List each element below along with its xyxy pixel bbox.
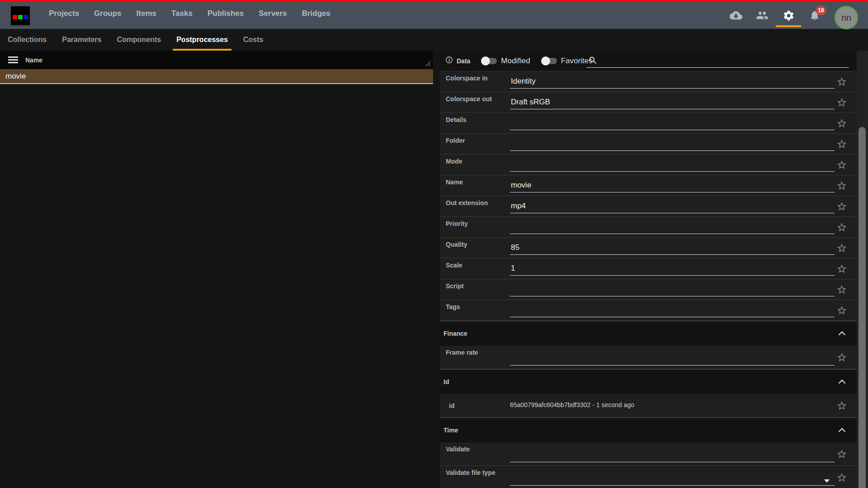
fields-container: Colorspace inIdentityColorspace outDraft…: [440, 71, 857, 488]
nav-item-publishes[interactable]: Publishes: [208, 9, 244, 18]
favorite-star-icon[interactable]: [836, 97, 848, 108]
field-value-name[interactable]: movie: [510, 181, 835, 192]
section-header-id[interactable]: Id: [440, 369, 857, 394]
field-label: Colorspace in: [446, 75, 488, 82]
field-row-out-extension: Out extensionmp4: [440, 196, 857, 217]
users-icon[interactable]: [756, 9, 769, 22]
field-label: Tags: [446, 303, 460, 310]
group-finance: FinanceFrame rate: [440, 321, 857, 369]
field-value-quality[interactable]: 85: [510, 244, 835, 255]
tab-collections[interactable]: Collections: [7, 29, 47, 51]
cloud-download-icon[interactable]: [730, 9, 742, 22]
field-label: Validate: [446, 446, 470, 453]
name-column-header[interactable]: Name: [25, 56, 42, 64]
logo-green-square: [18, 15, 23, 19]
favorites-toggle[interactable]: [542, 58, 557, 64]
data-info-control[interactable]: Data: [445, 56, 470, 66]
chevron-up-icon[interactable]: [839, 331, 846, 338]
field-value-tags[interactable]: [510, 306, 835, 317]
favorite-star-icon[interactable]: [836, 180, 848, 192]
settings-gear-icon[interactable]: [782, 9, 795, 22]
favorite-star-icon[interactable]: [836, 284, 848, 296]
postprocess-list-panel: Name movie: [0, 51, 433, 488]
favorite-star-icon[interactable]: [836, 117, 848, 129]
filter-toggles: ModifiedFavorites: [482, 56, 592, 66]
favorite-star-icon[interactable]: [836, 221, 848, 233]
field-value-folder[interactable]: [510, 140, 835, 151]
dropdown-caret-icon[interactable]: [824, 479, 830, 483]
field-value-scale[interactable]: 1: [510, 264, 835, 276]
chevron-up-icon[interactable]: [839, 428, 846, 435]
nav-item-tasks[interactable]: Tasks: [171, 9, 193, 18]
field-label: Colorspace out: [446, 95, 492, 103]
field-label: Folder: [446, 137, 465, 144]
toggle-knob: [541, 56, 550, 66]
favorite-star-icon[interactable]: [836, 352, 848, 363]
favorite-star-icon[interactable]: [836, 138, 848, 150]
favorite-star-icon[interactable]: [836, 472, 848, 483]
nav-item-items[interactable]: Items: [137, 9, 156, 18]
group-time: TimeValidateValidate file type: [440, 418, 857, 488]
field-value-script[interactable]: [510, 286, 835, 296]
top-nav: ProjectsGroupsItemsTasksPublishesServers…: [49, 9, 330, 18]
list-header: Name: [0, 51, 433, 69]
app-logo[interactable]: [11, 6, 30, 25]
tab-parameters[interactable]: Parameters: [61, 29, 102, 51]
tab-components[interactable]: Components: [116, 29, 162, 51]
toggle-knob: [481, 56, 490, 66]
chevron-up-icon[interactable]: [839, 380, 846, 387]
nav-item-bridges[interactable]: Bridges: [302, 9, 330, 18]
favorite-star-icon[interactable]: [836, 263, 848, 275]
field-row-colorspace-in: Colorspace inIdentity: [440, 71, 857, 92]
tab-costs[interactable]: Costs: [242, 29, 264, 51]
section-header-finance[interactable]: Finance: [440, 321, 857, 346]
nav-item-projects[interactable]: Projects: [49, 9, 79, 18]
field-row-name: Namemovie: [440, 175, 857, 196]
field-row-script: Script: [440, 279, 857, 300]
field-value-priority[interactable]: [510, 223, 835, 234]
field-value-out-extension[interactable]: mp4: [510, 202, 835, 213]
detail-filter-bar: Data ModifiedFavorites: [440, 51, 857, 71]
field-value-colorspace-out[interactable]: Draft sRGB: [510, 98, 835, 109]
menu-hamburger-icon[interactable]: [8, 56, 18, 63]
favorite-star-icon[interactable]: [836, 201, 848, 212]
field-value-id: 65a00799afc604bb7bdf3302 - 1 second ago: [510, 402, 835, 410]
tab-postprocesses[interactable]: Postprocesses: [175, 29, 229, 51]
nav-item-groups[interactable]: Groups: [94, 9, 121, 18]
logo-red-square: [13, 15, 17, 19]
field-value-validate[interactable]: [510, 451, 835, 462]
user-avatar[interactable]: nn: [835, 6, 858, 29]
search-input[interactable]: [586, 56, 849, 68]
notification-count-badge: 18: [816, 5, 826, 15]
notifications-bell-icon[interactable]: 18: [808, 9, 821, 22]
logo-blue-square: [24, 15, 28, 19]
scrollbar-track[interactable]: [857, 51, 868, 488]
field-row-mode: Mode: [440, 155, 857, 175]
section-label: Time: [443, 427, 458, 434]
resize-handle-icon[interactable]: [425, 60, 431, 68]
favorite-star-icon[interactable]: [836, 242, 848, 254]
modified-toggle-group: Modified: [482, 56, 530, 66]
field-label: id: [449, 402, 454, 409]
field-value-details[interactable]: [510, 119, 835, 130]
field-value-mode[interactable]: [510, 161, 835, 172]
nav-item-servers[interactable]: Servers: [259, 9, 287, 18]
field-label: Validate file type: [446, 469, 495, 476]
field-row-scale: Scale1: [440, 258, 857, 279]
favorite-star-icon[interactable]: [836, 159, 848, 171]
favorite-star-icon[interactable]: [836, 76, 848, 88]
table-row-movie[interactable]: movie: [0, 69, 433, 84]
field-label: Out extension: [446, 199, 488, 206]
main-content: Name movie Data ModifiedFavorites Colors…: [0, 51, 868, 488]
scrollbar-thumb[interactable]: [859, 127, 866, 488]
field-value-colorspace-in[interactable]: Identity: [510, 77, 835, 89]
favorite-star-icon[interactable]: [836, 400, 848, 412]
field-value-frame-rate[interactable]: [510, 355, 835, 366]
section-header-time[interactable]: Time: [440, 418, 857, 442]
group-id: Idid65a00799afc604bb7bdf3302 - 1 second …: [440, 369, 857, 418]
field-label: Details: [446, 116, 467, 123]
favorite-star-icon[interactable]: [836, 305, 848, 316]
favorite-star-icon[interactable]: [836, 448, 848, 460]
field-value-validate-file-type[interactable]: [510, 475, 835, 486]
modified-toggle[interactable]: [482, 58, 497, 64]
